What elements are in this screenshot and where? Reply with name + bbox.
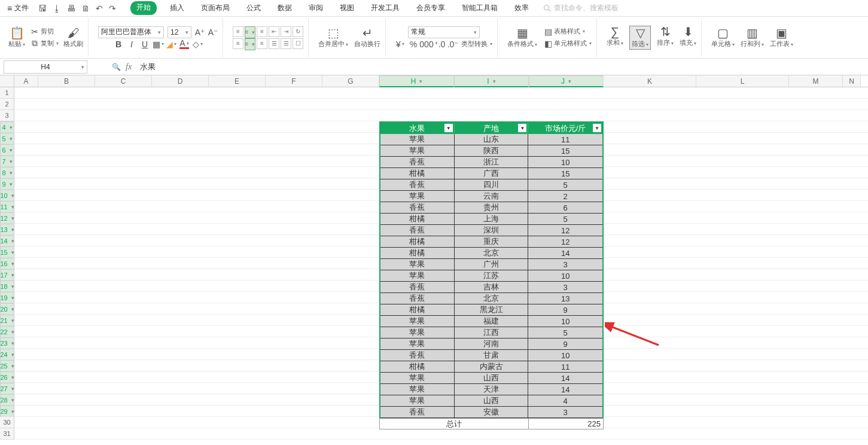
col-header-B[interactable]: B [38,75,95,87]
row-header-9[interactable]: 9 [0,178,14,190]
table-cell[interactable]: 5 [528,179,602,191]
border-icon[interactable]: ▦ [153,39,163,49]
table-header[interactable]: 水果▼ [380,123,455,134]
row-header-26[interactable]: 26 [0,371,14,383]
name-box[interactable]: H4 [4,60,87,74]
table-cell[interactable]: 柑橘 [380,168,455,179]
undo-icon[interactable]: ↶ [96,4,103,13]
table-cell[interactable]: 10 [528,157,602,168]
table-cell[interactable]: 9 [528,304,602,316]
table-header[interactable]: 市场价元/斤▼ [528,123,602,134]
table-cell[interactable]: 柑橘 [380,248,455,259]
align-center[interactable]: ≡ [245,38,255,50]
cells-button[interactable]: ▢单元格 [711,27,735,48]
preview-icon[interactable]: 🗎 [81,4,90,13]
row-header-24[interactable]: 24 [0,349,14,360]
table-cell[interactable]: 贵州 [455,202,529,214]
file-menu[interactable]: 文件 [4,2,32,15]
table-cell[interactable]: 柑橘 [380,304,455,316]
font-family-select[interactable]: 阿里巴巴普惠体 [98,26,164,38]
table-cell[interactable]: 12 [528,236,602,248]
table-cell[interactable]: 3 [528,282,602,293]
phonetic-icon[interactable]: ◇ [193,39,202,49]
table-cell[interactable]: 14 [528,373,602,384]
tab-0[interactable]: 开始 [130,1,157,15]
comma-icon[interactable]: 000 [422,39,431,49]
col-header-N[interactable]: N [843,75,861,87]
col-header-G[interactable]: G [322,75,379,87]
print-icon[interactable]: 🖶 [67,4,75,13]
table-cell[interactable]: 苹果 [380,134,455,145]
table-cell[interactable]: 10 [528,316,602,327]
redo-icon[interactable]: ↷ [109,4,116,13]
tab-1[interactable]: 插入 [166,1,188,15]
table-cell[interactable]: 安徽 [455,407,529,418]
table-cell[interactable]: 苹果 [380,373,455,384]
table-cell[interactable]: 香蕉 [380,350,455,361]
table-cell[interactable]: 苹果 [380,327,455,339]
tab-3[interactable]: 公式 [243,1,264,15]
indent-decrease[interactable]: ⇤ [269,26,279,37]
col-header-F[interactable]: F [266,75,322,87]
table-cell[interactable]: 12 [528,225,602,236]
worksheet-button[interactable]: ▣工作表 [770,27,793,48]
table-cell[interactable]: 4 [528,395,602,407]
conditional-format-button[interactable]: ▦条件格式 [507,27,537,48]
total-value[interactable]: 225 [529,419,603,429]
format-painter-button[interactable]: 🖌格式刷 [63,27,83,48]
font-color-icon[interactable]: A [179,39,189,49]
table-cell[interactable]: 13 [528,293,602,304]
table-cell[interactable]: 云南 [455,191,529,202]
tab-5[interactable]: 审阅 [305,1,327,15]
table-cell[interactable]: 柑橘 [380,236,455,248]
table-cell[interactable]: 5 [528,214,602,225]
filter-dropdown-icon[interactable]: ▼ [518,124,526,132]
merge-center-button[interactable]: ⬚合并居中 [318,27,348,48]
tab-6[interactable]: 视图 [336,1,358,15]
decrease-font-icon[interactable]: A⁻ [208,28,218,37]
paste-button[interactable]: 📋粘贴 [8,27,25,48]
bold-icon[interactable]: B [114,39,123,49]
row-header-1[interactable]: 1 [0,87,14,99]
table-cell[interactable]: 上海 [455,214,529,225]
table-cell[interactable]: 柑橘 [380,214,455,225]
table-cell[interactable]: 苹果 [380,259,455,270]
row-header-16[interactable]: 16 [0,258,14,269]
row-header-8[interactable]: 8 [0,167,14,178]
row-header-25[interactable]: 25 [0,360,14,371]
underline-icon[interactable]: U [140,39,150,49]
table-cell[interactable]: 苹果 [380,316,455,327]
table-cell[interactable]: 山西 [455,373,529,384]
sort-button[interactable]: ⇅排序 [657,26,674,50]
row-header-20[interactable]: 20 [0,303,14,315]
table-cell[interactable]: 3 [528,259,602,270]
row-header-31[interactable]: 31 [0,428,14,440]
row-header-30[interactable]: 30 [0,417,14,428]
col-header-D[interactable]: D [152,75,209,87]
table-cell[interactable]: 天津 [455,384,529,395]
table-cell[interactable]: 15 [528,145,602,157]
table-cell[interactable]: 深圳 [455,225,529,236]
table-cell[interactable]: 山东 [455,134,529,145]
table-cell[interactable]: 香蕉 [380,202,455,214]
row-header-3[interactable]: 3 [0,110,14,121]
align-top-center[interactable]: ≡ [245,26,255,38]
filter-dropdown-icon[interactable]: ▼ [444,124,453,132]
filter-button[interactable]: ▽筛选 [629,26,651,50]
wrap-text-button[interactable]: ↵自动换行 [354,27,380,48]
table-cell[interactable]: 苹果 [380,191,455,202]
percent-icon[interactable]: % [409,39,418,49]
increase-font-icon[interactable]: A⁺ [195,28,205,37]
table-cell[interactable]: 9 [528,339,602,350]
table-cell[interactable]: 14 [528,384,602,395]
col-header-K[interactable]: K [604,75,696,87]
row-header-12[interactable]: 12 [0,212,14,224]
col-header-E[interactable]: E [209,75,266,87]
indent-increase[interactable]: ⇥ [281,26,291,37]
fx-icon[interactable]: fx [126,62,132,72]
table-cell[interactable]: 苹果 [380,270,455,282]
row-header-14[interactable]: 14 [0,235,14,246]
row-header-28[interactable]: 28 [0,394,14,406]
table-cell[interactable]: 香蕉 [380,157,455,168]
filter-dropdown-icon[interactable]: ▼ [593,124,601,132]
